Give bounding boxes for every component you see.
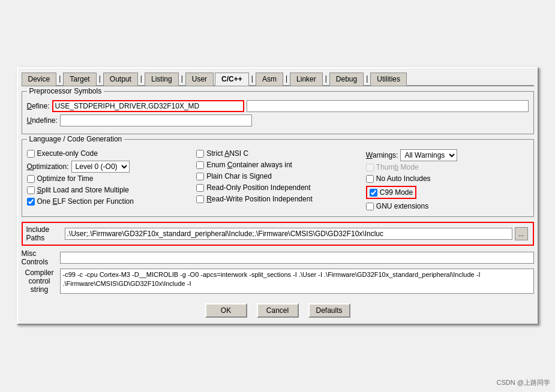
tab-sep-6: | [284, 72, 289, 85]
optimize-time-checkbox[interactable] [27, 175, 35, 183]
tab-listing[interactable]: Listing [145, 73, 179, 86]
tab-sep-4: | [180, 72, 184, 85]
compiler-label: Compilercontrolstring [22, 269, 58, 294]
compiler-text: -c99 -c -cpu Cortex-M3 -D__MICROLIB -g -… [60, 269, 534, 294]
undefine-label: Undefine: [27, 116, 58, 125]
defaults-button[interactable]: Defaults [308, 303, 350, 318]
read-write-pos-label: Read-Write Position Independent [206, 195, 313, 203]
misc-row: MiscControls [22, 249, 534, 266]
bottom-buttons: OK Cancel Defaults [22, 298, 534, 320]
read-write-pos-checkbox[interactable] [196, 195, 204, 203]
read-only-pos-checkbox[interactable] [196, 184, 204, 192]
include-input[interactable] [65, 228, 512, 240]
read-write-pos-row: Read-Write Position Independent [196, 195, 359, 203]
language-col3: Warnings: All Warnings No Warnings Unspe… [366, 149, 529, 212]
cancel-button[interactable]: Cancel [257, 303, 299, 318]
define-label: Define: [27, 102, 50, 110]
enum-container-checkbox[interactable] [196, 161, 204, 169]
tab-sep-7: | [324, 72, 328, 85]
optimization-select[interactable]: Level 0 (-O0) Level 1 (-O1) Level 2 (-O2… [71, 161, 130, 173]
read-only-pos-row: Read-Only Position Independent [196, 183, 359, 192]
c99-box: C99 Mode [366, 186, 416, 199]
define-row: Define: [27, 100, 529, 112]
tab-sep-3: | [139, 72, 143, 85]
enum-container-label: Enum Container always int [206, 161, 292, 169]
strict-ansi-checkbox[interactable] [196, 150, 204, 158]
split-load-label: Split Load and Store Multiple [37, 186, 129, 194]
c99-mode-label: C99 Mode [380, 188, 413, 197]
optimization-label: Optimization: [27, 162, 69, 171]
language-col2: Strict ANSI C Enum Container always int … [196, 149, 359, 212]
plain-char-checkbox[interactable] [196, 173, 204, 180]
tab-device[interactable]: Device [22, 73, 57, 86]
undefine-row: Undefine: [27, 114, 529, 126]
thumb-mode-checkbox[interactable] [366, 164, 374, 171]
no-auto-row: No Auto Includes [366, 174, 529, 183]
thumb-mode-label: Thumb Mode [376, 163, 419, 171]
ok-button[interactable]: OK [205, 303, 247, 318]
tab-asm[interactable]: Asm [256, 73, 283, 86]
split-load-checkbox[interactable] [27, 186, 35, 194]
preprocessor-section: Preprocessor Symbols Define: Undefine: [22, 91, 534, 134]
misc-label: MiscControls [22, 249, 58, 266]
optimization-row: Optimization: Level 0 (-O0) Level 1 (-O1… [27, 161, 190, 173]
gnu-ext-label: GNU extensions [376, 202, 428, 210]
tab-user[interactable]: User [185, 73, 214, 86]
tab-sep-5: | [250, 72, 254, 85]
optimize-time-row: Optimize for Time [27, 174, 190, 183]
one-elf-row: One ELF Section per Function [27, 197, 190, 206]
browse-button[interactable]: ... [515, 227, 528, 240]
read-only-pos-label: Read-Only Position Independent [206, 183, 310, 192]
no-auto-checkbox[interactable] [366, 175, 374, 183]
misc-input[interactable] [60, 252, 534, 264]
tab-cpp[interactable]: C/C++ [215, 73, 249, 86]
one-elf-checkbox[interactable] [27, 198, 35, 206]
enum-container-row: Enum Container always int [196, 161, 359, 169]
define-input2[interactable] [247, 100, 529, 112]
plain-char-label: Plain Char is Signed [206, 172, 272, 180]
strict-ansi-row: Strict ANSI C [196, 149, 359, 158]
execute-only-checkbox[interactable] [27, 150, 35, 158]
strict-ansi-label: Strict ANSI C [206, 149, 248, 158]
tab-utilities[interactable]: Utilities [370, 73, 407, 86]
gnu-ext-row: GNU extensions [366, 202, 529, 210]
c99-mode-checkbox[interactable] [370, 189, 377, 197]
main-dialog: Device | Target | Output | Listing | Use… [17, 67, 539, 325]
execute-only-row: Execute-only Code [27, 149, 190, 158]
c99-mode-row: C99 Mode [366, 186, 529, 199]
tab-linker[interactable]: Linker [290, 73, 323, 86]
compiler-section: Compilercontrolstring -c99 -c -cpu Corte… [22, 269, 534, 294]
one-elf-label: One ELF Section per Function [37, 197, 134, 206]
warnings-select[interactable]: All Warnings No Warnings Unspecified [400, 149, 457, 161]
tab-sep-2: | [98, 72, 102, 85]
plain-char-row: Plain Char is Signed [196, 172, 359, 180]
tab-sep-8: | [365, 72, 369, 85]
include-grid: IncludePaths ... [26, 225, 529, 242]
tab-debug[interactable]: Debug [329, 73, 364, 86]
language-title: Language / Code Generation [27, 135, 125, 143]
undefine-input[interactable] [60, 114, 252, 126]
thumb-mode-row: Thumb Mode [366, 163, 529, 171]
language-section: Language / Code Generation Execute-only … [22, 139, 534, 217]
include-section: IncludePaths ... [22, 222, 534, 246]
split-load-row: Split Load and Store Multiple [27, 186, 190, 194]
define-input[interactable] [52, 100, 244, 112]
language-col1: Execute-only Code Optimization: Level 0 … [27, 149, 190, 212]
tab-target[interactable]: Target [63, 73, 96, 86]
tab-bar: Device | Target | Output | Listing | Use… [22, 72, 534, 86]
warnings-label: Warnings: [366, 151, 398, 159]
include-label: IncludePaths [26, 225, 62, 242]
watermark: CSDN @上路同学 [497, 378, 550, 387]
gnu-ext-checkbox[interactable] [366, 203, 374, 210]
optimize-time-label: Optimize for Time [37, 174, 94, 183]
no-auto-label: No Auto Includes [376, 174, 431, 183]
execute-only-label: Execute-only Code [37, 149, 98, 158]
tab-output[interactable]: Output [103, 73, 138, 86]
warnings-row: Warnings: All Warnings No Warnings Unspe… [366, 149, 529, 161]
preprocessor-title: Preprocessor Symbols [27, 87, 104, 95]
tab-sep-1: | [58, 72, 62, 85]
